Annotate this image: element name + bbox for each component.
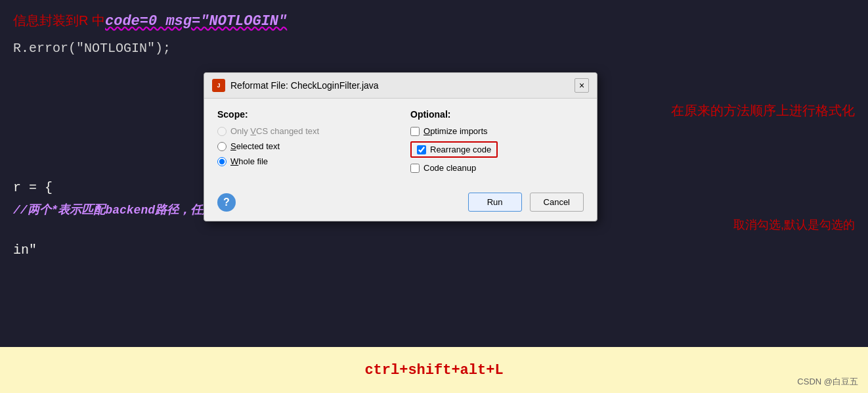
dialog-title-text: Reformat File: CheckLoginFilter.java [230, 80, 379, 91]
code-cleanup-checkbox[interactable] [410, 164, 420, 173]
dialog-columns: Scope: Only VCS changed text Selected te… [217, 109, 584, 178]
scope-whole-option: Whole file [217, 156, 391, 166]
scope-whole-label: Whole file [230, 156, 268, 166]
rearrange-code-checkbox[interactable] [417, 145, 426, 154]
optional-header: Optional: [410, 109, 584, 120]
optimize-imports-option: Optimize imports [410, 126, 584, 136]
optimize-imports-checkbox[interactable] [410, 127, 420, 136]
dialog-footer: ? Run Cancel [204, 186, 597, 221]
help-button[interactable]: ? [217, 193, 236, 212]
dialog-body: Scope: Only VCS changed text Selected te… [204, 99, 597, 186]
rearrange-highlight-box: Rearrange code [410, 141, 498, 158]
scope-vcs-option: Only VCS changed text [217, 126, 391, 136]
reformat-dialog: J Reformat File: CheckLoginFilter.java ×… [204, 72, 597, 221]
rearrange-code-label: Rearrange code [430, 145, 491, 154]
scope-selected-radio[interactable] [217, 142, 227, 151]
optimize-imports-label: Optimize imports [423, 126, 488, 136]
dialog-title-left: J Reformat File: CheckLoginFilter.java [212, 79, 379, 92]
dialog-overlay: J Reformat File: CheckLoginFilter.java ×… [0, 0, 868, 393]
scope-whole-radio[interactable] [217, 157, 227, 166]
scope-selected-option: Selected text [217, 141, 391, 151]
run-button[interactable]: Run [468, 193, 522, 212]
rearrange-code-option: Rearrange code [410, 141, 584, 158]
dialog-close-button[interactable]: × [575, 78, 589, 93]
scope-header: Scope: [217, 109, 391, 120]
code-cleanup-option: Code cleanup [410, 163, 584, 173]
dialog-title-bar: J Reformat File: CheckLoginFilter.java × [204, 73, 597, 99]
scope-selected-label: Selected text [230, 141, 280, 151]
dialog-app-icon: J [212, 79, 225, 92]
code-cleanup-label: Code cleanup [423, 163, 476, 173]
scope-column: Scope: Only VCS changed text Selected te… [217, 109, 391, 178]
svg-text:J: J [217, 82, 220, 89]
scope-vcs-label: Only VCS changed text [230, 126, 319, 136]
optional-column: Optional: Optimize imports Rearrange cod… [410, 109, 584, 178]
cancel-button[interactable]: Cancel [530, 193, 584, 212]
scope-vcs-radio[interactable] [217, 127, 227, 136]
